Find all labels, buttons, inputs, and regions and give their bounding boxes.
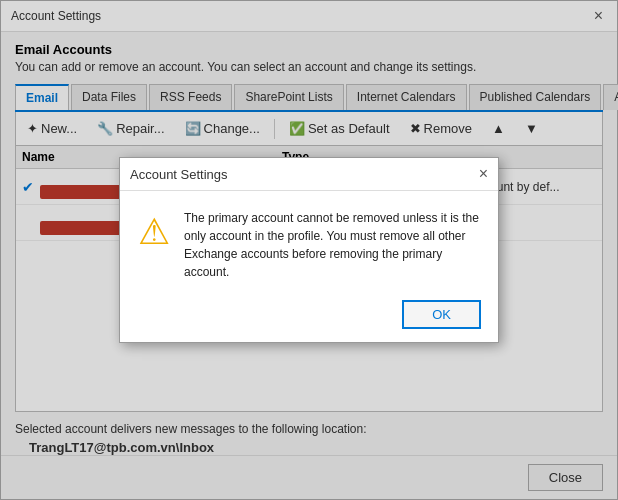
modal-footer: OK <box>120 293 498 342</box>
modal-message: The primary account cannot be removed un… <box>184 209 480 281</box>
account-settings-modal: Account Settings × ⚠ The primary account… <box>119 157 499 343</box>
modal-overlay: Account Settings × ⚠ The primary account… <box>0 0 618 500</box>
modal-close-button[interactable]: × <box>479 165 488 183</box>
modal-title: Account Settings <box>130 167 228 182</box>
ok-button[interactable]: OK <box>403 301 480 328</box>
warning-icon: ⚠ <box>138 211 170 253</box>
modal-title-bar: Account Settings × <box>120 158 498 191</box>
modal-body: ⚠ The primary account cannot be removed … <box>120 191 498 293</box>
